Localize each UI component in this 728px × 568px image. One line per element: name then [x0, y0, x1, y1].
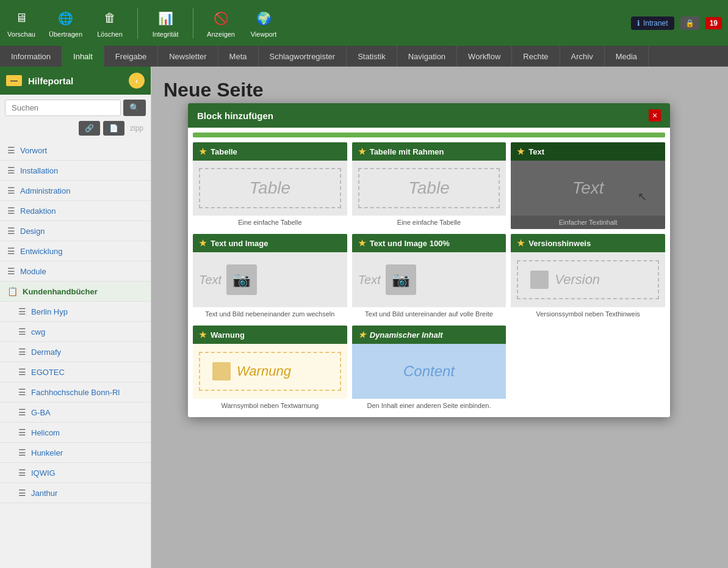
modal-close-button[interactable]: ×: [649, 109, 661, 122]
nav-icon-fachhochschule: ☰: [18, 387, 26, 397]
sidebar-item-installation[interactable]: ☰ Installation: [0, 161, 151, 181]
nav-icon-iqwig: ☰: [18, 468, 26, 478]
block-card-tabelle-rahmen[interactable]: ★ Tabelle mit Rahmen Table Eine einfache…: [352, 142, 506, 229]
integritat-icon: 📊: [156, 9, 175, 28]
modal-overlay: Block hinzufügen × ★ Tabelle: [151, 67, 728, 568]
block-card-dynamischer-inhalt-preview: Content: [352, 344, 506, 399]
tab-rechte[interactable]: Rechte: [512, 46, 560, 67]
search-input[interactable]: [5, 100, 121, 116]
block-card-tabelle-rahmen-preview: Table: [352, 161, 506, 216]
sidebar: — Hilfeportal ‹ 🔍 🔗 📄 zipp ☰ Vorwort ☰ I…: [0, 67, 151, 568]
toolbar-loschen[interactable]: 🗑 Löschen: [95, 9, 125, 38]
block-card-text-image-100[interactable]: ★ Text und Image 100% Text 📷 Text un: [352, 234, 506, 321]
block-card-tabelle-footer: Eine einfache Tabelle: [193, 216, 347, 229]
tab-meta[interactable]: Meta: [218, 46, 259, 67]
tab-statistik[interactable]: Statistik: [347, 46, 397, 67]
sidebar-item-berlin-hyp[interactable]: ☰ Berlin Hyp: [0, 302, 151, 322]
version-symbol: [530, 271, 549, 289]
toolbar-anzeigen[interactable]: 🚫 Anzeigen: [206, 9, 236, 38]
nav-icon-helicom: ☰: [18, 428, 26, 437]
tab-inhalt[interactable]: Inhalt: [62, 46, 104, 67]
tab-schlagwortregister[interactable]: Schlagwortregister: [259, 46, 347, 67]
version-text: Version: [555, 272, 600, 288]
sidebar-item-design[interactable]: ☰ Design: [0, 221, 151, 241]
sidebar-item-hunkeler[interactable]: ☰ Hunkeler: [0, 443, 151, 463]
block-card-warnung-header: ★ Warnung: [193, 326, 347, 344]
sidebar-item-vorwort[interactable]: ☰ Vorwort: [0, 140, 151, 161]
block-card-text-image[interactable]: ★ Text und Image Text 📷 Text und Bil: [193, 234, 347, 321]
tab-freigabe[interactable]: Freigabe: [104, 46, 158, 67]
star-icon-versionshinweis: ★: [517, 238, 525, 248]
nav-icon-hunkeler: ☰: [18, 448, 26, 457]
star-icon-dynamischer-inhalt: ★: [358, 330, 366, 340]
sidebar-actions: 🔗 📄 zipp: [0, 121, 151, 140]
text-image-100-image-part: 📷: [386, 264, 416, 295]
text-image-preview: Text 📷: [199, 264, 341, 295]
star-icon-text-image-100: ★: [358, 238, 366, 248]
dynamischer-inhalt-preview: Content: [352, 351, 506, 392]
block-card-text-image-header: ★ Text und Image: [193, 234, 347, 252]
link-action-button[interactable]: 🔗: [79, 121, 100, 136]
sidebar-label: zipp: [128, 121, 146, 136]
loschen-icon: 🗑: [100, 9, 120, 28]
block-card-warnung[interactable]: ★ Warnung Warnung Warnsymbol neben T: [193, 326, 347, 412]
sidebar-item-kundenhandbucher[interactable]: 📋 Kundenhandbücher: [0, 282, 151, 302]
warning-text: Warnung: [237, 363, 291, 379]
versionshinweis-preview: Version: [517, 260, 659, 299]
modal-title: Block hinzufügen: [197, 111, 273, 121]
block-card-versionshinweis[interactable]: ★ Versionshinweis Version Versionssy: [511, 234, 665, 321]
sidebar-item-redaktion[interactable]: ☰ Redaktion: [0, 201, 151, 221]
sidebar-item-dermafy[interactable]: ☰ Dermafy: [0, 342, 151, 362]
tab-archiv[interactable]: Archiv: [560, 46, 605, 67]
main-content: Neue Seite Block hinzufügen + Block hinz…: [151, 67, 728, 568]
sidebar-item-administration[interactable]: ☰ Administration: [0, 181, 151, 201]
tab-media[interactable]: Media: [605, 46, 649, 67]
toolbar-viewport[interactable]: 🌍 Viewport: [248, 9, 279, 38]
search-button[interactable]: 🔍: [123, 100, 146, 116]
block-card-dynamischer-inhalt-footer: Den Inhalt einer anderen Seite einbinden…: [352, 399, 506, 412]
toolbar-ubertragen[interactable]: 🌐 Übertragen: [49, 9, 82, 38]
block-card-versionshinweis-footer: Versionssymbol neben Texthinweis: [511, 307, 665, 321]
tab-information[interactable]: Information: [0, 46, 62, 67]
sidebar-item-helicom[interactable]: ☰ Helicom: [0, 423, 151, 443]
top-toolbar: 🖥 Vorschau 🌐 Übertragen 🗑 Löschen 📊 Inte…: [0, 0, 728, 46]
nav-icon-kundenhandbucher: 📋: [7, 286, 18, 296]
toolbar-vorschau[interactable]: 🖥 Vorschau: [6, 9, 37, 38]
warning-symbol: [212, 362, 231, 380]
modal-scroll-content[interactable]: ★ Tabelle Table Eine einfache Tabelle: [188, 128, 670, 417]
sidebar-item-gba[interactable]: ☰ G-BA: [0, 402, 151, 423]
text-image-image-part: 📷: [226, 264, 257, 295]
nav-icon-egotec: ☰: [18, 367, 26, 377]
nav-icon-installation: ☰: [7, 166, 15, 175]
nav-icon-administration: ☰: [7, 186, 15, 195]
sidebar-item-fachhochschule[interactable]: ☰ Fachhochschule Bonn-Rl: [0, 382, 151, 402]
sidebar-item-entwicklung[interactable]: ☰ Entwicklung: [0, 241, 151, 261]
sidebar-item-janthur[interactable]: ☰ Janthur: [0, 483, 151, 503]
block-card-text-image-100-preview: Text 📷: [352, 252, 506, 307]
lock-icon: 🔒: [680, 16, 699, 30]
sidebar-item-egotec[interactable]: ☰ EGOTEC: [0, 362, 151, 382]
block-add-modal: Block hinzufügen × ★ Tabelle: [188, 103, 670, 417]
sidebar-item-module[interactable]: ☰ Module: [0, 261, 151, 282]
block-card-text[interactable]: ★ Text Text ↖ Einfacher Textinhalt: [511, 142, 665, 229]
doc-action-button[interactable]: 📄: [103, 121, 124, 136]
sidebar-item-iqwig[interactable]: ☰ IQWIG: [0, 463, 151, 483]
block-card-text-image-100-header: ★ Text und Image 100%: [352, 234, 506, 252]
nav-icon-cwg: ☰: [18, 327, 26, 337]
block-card-versionshinweis-preview: Version: [511, 252, 665, 307]
block-card-dynamischer-inhalt[interactable]: ★ Dynamischer Inhalt Content Den Inhalt …: [352, 326, 506, 412]
sidebar-back-button[interactable]: ‹: [129, 73, 145, 89]
nav-icon-dermafy: ☰: [18, 347, 26, 357]
tabelle-rahmen-preview-text: Table: [358, 168, 500, 208]
tab-navigation[interactable]: Navigation: [397, 46, 457, 67]
block-card-tabelle[interactable]: ★ Tabelle Table Eine einfache Tabelle: [193, 142, 347, 229]
toolbar-integritat[interactable]: 📊 Integrität: [150, 9, 181, 38]
tab-workflow[interactable]: Workflow: [457, 46, 512, 67]
block-card-tabelle-preview: Table: [193, 161, 347, 216]
block-card-dynamischer-inhalt-header: ★ Dynamischer Inhalt: [352, 326, 506, 344]
blocks-grid: ★ Tabelle Table Eine einfache Tabelle: [188, 137, 670, 417]
sidebar-item-cwg[interactable]: ☰ cwg: [0, 322, 151, 342]
nav-icon-module: ☰: [7, 266, 15, 276]
sidebar-search-bar: 🔍: [0, 95, 151, 121]
tab-newsletter[interactable]: Newsletter: [158, 46, 218, 67]
